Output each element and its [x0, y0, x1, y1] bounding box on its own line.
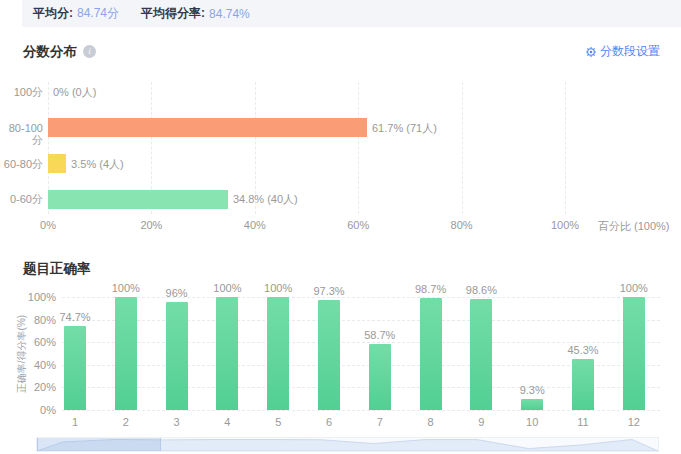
gridline: [62, 320, 660, 321]
question-bar: [216, 297, 238, 410]
info-icon[interactable]: i: [83, 45, 96, 58]
score-range-bar: [48, 118, 367, 137]
x-axis-category-label: 4: [207, 416, 247, 428]
bar-value-label: 98.6%: [451, 284, 511, 296]
gear-icon: [585, 46, 597, 58]
category-label: 100分: [0, 86, 43, 98]
bar-value-label: 74.7%: [45, 311, 105, 323]
bar-value-label: 100%: [604, 282, 664, 294]
bar-value-label: 97.3%: [299, 285, 359, 297]
question-bar: [267, 297, 289, 410]
category-label: 0-60分: [0, 193, 43, 205]
datazoom-slider[interactable]: [36, 437, 659, 452]
x-axis-category-label: 6: [309, 416, 349, 428]
question-bar: [420, 298, 442, 410]
x-axis-category-label: 7: [360, 416, 400, 428]
question-accuracy-chart: 0%20%40%60%80%100%正确率/得分率(%)74.7%1100%29…: [0, 285, 681, 431]
gridline: [62, 365, 660, 366]
settings-link-label: 分数段设置: [600, 43, 660, 60]
category-label: 60-80分: [0, 158, 43, 170]
question-bar: [115, 297, 137, 410]
x-axis-tick-label: 80%: [442, 219, 482, 231]
bar-value-label: 45.3%: [553, 344, 613, 356]
x-axis-category-label: 8: [411, 416, 451, 428]
gridline: [358, 82, 359, 214]
x-axis-tick-label: 20%: [131, 219, 171, 231]
y-axis-tick-label: 0%: [8, 404, 56, 416]
question-bar: [623, 297, 645, 410]
question-bar: [521, 399, 543, 410]
x-axis-name: 百分比 (100%): [598, 219, 670, 234]
x-axis-category-label: 5: [258, 416, 298, 428]
question-bar: [369, 344, 391, 410]
bar-value-label: 61.7% (71人): [372, 122, 437, 134]
bar-value-label: 3.5% (4人): [71, 158, 124, 170]
avg-score-label: 平均分:: [33, 5, 73, 22]
question-accuracy-title: 题目正确率: [23, 260, 91, 278]
x-axis-category-label: 1: [55, 416, 95, 428]
question-bar: [572, 359, 594, 410]
x-axis-tick-label: 100%: [545, 219, 585, 231]
x-axis-category-label: 11: [563, 416, 603, 428]
score-distribution-title: 分数分布: [23, 44, 77, 59]
y-axis-tick-label: 100%: [8, 291, 56, 303]
question-bar: [470, 299, 492, 410]
gridline: [62, 387, 660, 388]
x-axis-tick-label: 60%: [338, 219, 378, 231]
bar-value-label: 9.3%: [502, 384, 562, 396]
bar-value-label: 0% (0人): [53, 86, 96, 98]
bar-value-label: 34.8% (40人): [233, 193, 298, 205]
x-axis-tick-label: 0%: [28, 219, 68, 231]
x-axis-category-label: 12: [614, 416, 654, 428]
gridline: [565, 82, 566, 214]
question-bar: [318, 300, 340, 410]
bar-value-label: 58.7%: [350, 329, 410, 341]
gridline: [62, 410, 660, 411]
datazoom-selected-window[interactable]: [37, 438, 161, 451]
question-bar: [166, 302, 188, 410]
score-range-bar: [48, 190, 228, 209]
x-axis-category-label: 2: [106, 416, 146, 428]
score-range-settings-link[interactable]: 分数段设置: [585, 43, 660, 60]
question-bar: [64, 326, 86, 410]
avg-rate-value: 84.74%: [209, 7, 250, 21]
score-range-bar: [48, 154, 66, 173]
category-label: 80-100分: [0, 122, 43, 146]
avg-score-value: 84.74分: [77, 5, 119, 22]
gridline: [462, 82, 463, 214]
avg-rate-label: 平均得分率:: [141, 5, 205, 22]
x-axis-category-label: 10: [512, 416, 552, 428]
x-axis-tick-label: 40%: [235, 219, 275, 231]
x-axis-category-label: 9: [461, 416, 501, 428]
y-axis-name: 正确率/得分率(%): [15, 304, 29, 404]
x-axis-category-label: 3: [157, 416, 197, 428]
summary-bar: 平均分: 84.74分 平均得分率: 84.74%: [22, 0, 681, 27]
score-distribution-header: 分数分布i 分数段设置: [23, 42, 660, 60]
score-distribution-chart: 0%20%40%60%80%100%百分比 (100%)100分0% (0人)8…: [0, 78, 681, 238]
exam-analytics-page: 平均分: 84.74分 平均得分率: 84.74% 分数分布i 分数段设置 0%…: [0, 0, 681, 454]
